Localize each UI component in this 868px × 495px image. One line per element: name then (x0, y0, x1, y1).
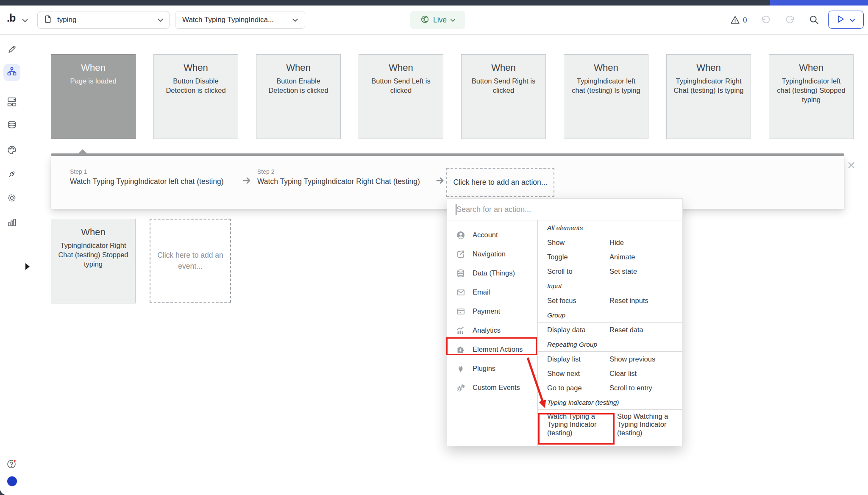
bubble-logo[interactable]: .b (7, 12, 15, 24)
sidebar-item-plugins[interactable] (3, 167, 20, 184)
action-item[interactable]: Display data (547, 326, 609, 334)
action-section-header: Typing Indicator (testing) (538, 395, 682, 410)
event-card[interactable]: When TypingIndicator left chat (testing)… (564, 54, 648, 139)
event-card[interactable]: When TypingIndicator Right Chat (testing… (666, 54, 751, 139)
pencil-icon (6, 43, 17, 56)
event-card[interactable]: When Page is loaded (51, 54, 136, 139)
issues-warning-icon[interactable] (730, 15, 740, 27)
sidebar-item-settings[interactable] (3, 190, 20, 207)
share-icon (456, 250, 466, 259)
event-card-body: Page is loaded (57, 77, 130, 86)
brand-dot-badge[interactable] (7, 476, 17, 486)
action-item[interactable]: Show next (547, 370, 609, 378)
sidebar-item-components[interactable] (3, 94, 20, 111)
sidebar-item-data[interactable] (3, 118, 20, 135)
category-account[interactable]: Account (447, 225, 537, 245)
workflow-canvas[interactable]: When Page is loaded When Button Disable … (24, 35, 868, 495)
selected-event-pointer (78, 149, 87, 153)
environment-dropdown[interactable]: Live (410, 11, 465, 29)
sidebar-item-workflow[interactable] (3, 64, 20, 81)
action-section-header: Group (538, 308, 682, 323)
bubble-editor-window: .b typing Watch Typing TypingIndica... (0, 0, 868, 495)
event-card-title: When (51, 62, 135, 73)
event-card[interactable]: When Button Send Right is clicked (461, 54, 546, 139)
category-analytics[interactable]: Analytics (447, 321, 537, 340)
step-label: Step 1 (70, 168, 87, 175)
action-item[interactable]: Toggle (547, 253, 609, 261)
play-icon (837, 15, 845, 25)
action-section-header: Repeating Group (538, 337, 682, 352)
page-icon (44, 14, 53, 26)
envelope-icon (456, 288, 466, 297)
sidebar-divider (3, 88, 21, 88)
page-selector-dropdown[interactable]: typing (37, 11, 170, 29)
chevron-down-icon (158, 16, 163, 24)
database-icon (456, 269, 466, 278)
action-item[interactable]: Animate (609, 253, 682, 261)
category-element-actions[interactable]: Element Actions (447, 340, 537, 359)
action-search-row[interactable] (447, 199, 682, 220)
database-icon (6, 120, 17, 133)
help-button[interactable] (3, 456, 20, 473)
action-item[interactable]: Hide (609, 239, 682, 247)
redo-icon[interactable] (785, 14, 796, 27)
event-card[interactable]: When Button Send Left is clicked (359, 54, 443, 139)
action-item-list: All elements Show Hide Toggle Animate Sc… (538, 220, 682, 446)
palette-icon (6, 145, 17, 157)
action-item[interactable]: Reset inputs (609, 297, 682, 305)
sidebar-item-logs[interactable] (3, 214, 20, 231)
workflow-sitemap-icon (6, 66, 17, 79)
category-custom-events[interactable]: Custom Events (447, 378, 537, 397)
globe-icon (420, 15, 429, 25)
logo-chevron-down-icon[interactable] (22, 17, 28, 24)
action-section-header: Input (538, 278, 682, 293)
workflow-selector-dropdown[interactable]: Watch Typing TypingIndica... (175, 11, 305, 29)
text-caret (456, 204, 456, 215)
step-name[interactable]: Watch Typing TypingIndicator left chat (… (70, 177, 224, 186)
gear-icon (6, 192, 17, 205)
action-item[interactable]: Display list (547, 355, 609, 363)
event-card[interactable]: When TypingIndicator left chat (testing)… (769, 54, 854, 139)
action-item[interactable]: Show (547, 239, 609, 247)
action-search-input[interactable] (447, 199, 682, 220)
issues-count[interactable]: 0 (743, 16, 747, 25)
action-item[interactable]: Scroll to entry (609, 384, 682, 392)
step-label: Step 2 (257, 168, 274, 175)
action-item[interactable]: Set focus (547, 297, 609, 305)
category-data-things[interactable]: Data (Things) (447, 264, 537, 283)
chevron-down-icon (292, 16, 298, 24)
preview-run-button[interactable] (828, 11, 864, 29)
add-event-placeholder[interactable]: Click here to add an event... (150, 219, 231, 303)
close-panel-icon[interactable]: ✕ (847, 160, 856, 171)
action-section-header: All elements (538, 220, 682, 235)
step-name[interactable]: Watch Typing TypingIndicator Right Chat … (257, 177, 420, 186)
collapse-handle-icon[interactable] (25, 263, 30, 270)
sidebar-item-design[interactable] (3, 41, 20, 58)
page-selector-value: typing (57, 16, 153, 24)
question-circle-icon (6, 458, 18, 472)
event-card[interactable]: When Button Disable Detection is clicked (153, 54, 238, 139)
credit-card-icon (456, 307, 466, 316)
add-action-placeholder[interactable]: Click here to add an action... (446, 168, 554, 197)
action-item[interactable]: Show previous (609, 355, 682, 363)
action-item-stop-watching[interactable]: Stop Watching a Typing Indicator (testin… (617, 412, 682, 437)
action-item[interactable]: Set state (609, 267, 682, 275)
top-status-bar (0, 0, 868, 6)
category-payment[interactable]: Payment (447, 302, 537, 321)
sidebar-item-styles[interactable] (3, 142, 20, 159)
undo-icon[interactable] (760, 14, 771, 27)
action-item[interactable]: Reset data (609, 326, 682, 334)
search-icon[interactable] (809, 14, 819, 27)
category-navigation[interactable]: Navigation (447, 245, 537, 264)
event-card[interactable]: When TypingIndicator Right Chat (testing… (51, 219, 136, 303)
action-item[interactable]: Scroll to (547, 267, 609, 275)
editor-surface: .b typing Watch Typing TypingIndica... (0, 6, 868, 495)
action-item[interactable]: Go to page (547, 384, 609, 392)
action-item-watch-typing[interactable]: Watch Typing a Typing Indicator (testing… (547, 412, 614, 437)
action-item[interactable]: Clear list (609, 370, 682, 378)
category-email[interactable]: Email (447, 283, 537, 302)
plug-icon (6, 169, 17, 181)
analytics-icon (456, 326, 466, 335)
category-plugins[interactable]: Plugins (447, 359, 537, 378)
event-card[interactable]: When Button Enable Detection is clicked (256, 54, 341, 139)
